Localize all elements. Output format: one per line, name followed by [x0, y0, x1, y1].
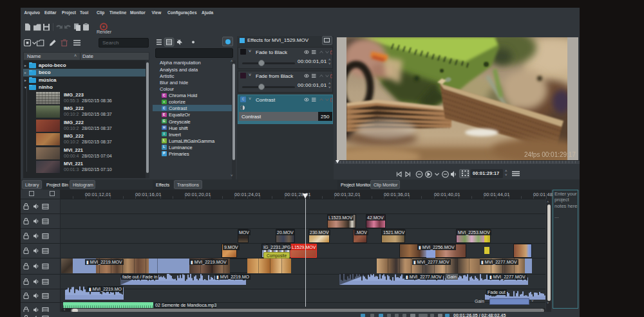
svg-text:24fps 00:01:29:17: 24fps 00:01:29:17 [524, 151, 576, 158]
